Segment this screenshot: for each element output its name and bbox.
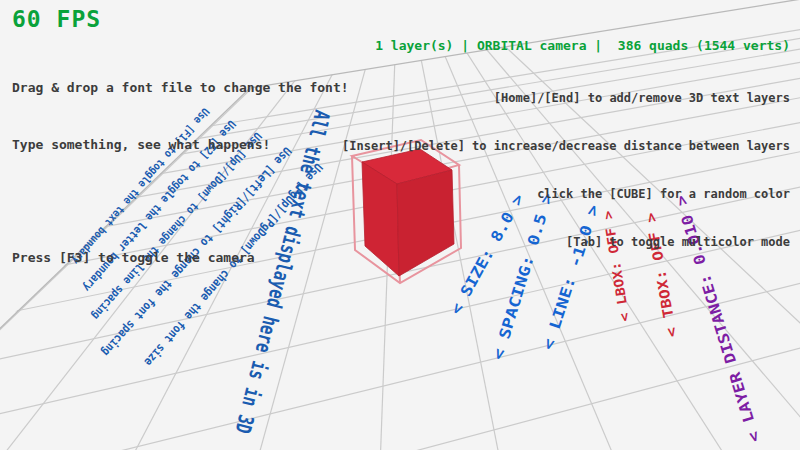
fps-counter: 60 FPS — [12, 6, 101, 32]
hint-multicolor-mode: [Tab] to toggle multicolor mode — [342, 234, 790, 250]
hint-drop-font: Drag & drop a font file to change the fo… — [12, 78, 349, 97]
hint-cube-random-color: click the [CUBE] for a random color — [342, 186, 790, 202]
hud-left-hints: Drag & drop a font file to change the fo… — [12, 40, 349, 305]
app-window: All the text displayed here is in 3D Use… — [0, 0, 800, 450]
hint-layer-distance: [Insert]/[Delete] to increase/decrease d… — [342, 138, 790, 154]
spacer — [12, 192, 349, 210]
hint-toggle-camera: Press [F3] to toggle the camera — [12, 248, 349, 267]
hint-type-something: Type something, see what happens! — [12, 135, 349, 154]
hint-add-remove-layers: [Home]/[End] to add/remove 3D text layer… — [342, 90, 790, 106]
status-bar: 1 layer(s) | ORBITAL camera | 386 quads … — [342, 38, 790, 54]
hud-right-panel: 1 layer(s) | ORBITAL camera | 386 quads … — [342, 6, 790, 282]
